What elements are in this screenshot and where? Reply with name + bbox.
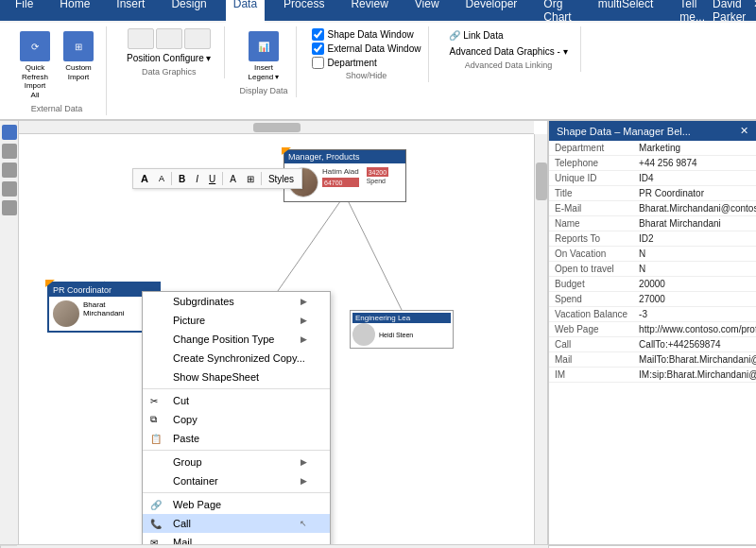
- ribbon-group-advanced: 🔗 Link Data Advanced Data Graphics - ▾ A…: [437, 26, 580, 72]
- menu-change-position[interactable]: Change Position Type ▶: [143, 330, 330, 349]
- tab-design[interactable]: Design: [163, 0, 214, 26]
- field-name: Reports To: [549, 231, 633, 247]
- tab-multiselect[interactable]: multiSelect: [591, 0, 662, 26]
- font-size-up[interactable]: A: [137, 171, 152, 186]
- field-name: Budget: [549, 277, 633, 292]
- menu-subordinates[interactable]: Subgrdinates ▶: [143, 292, 330, 311]
- tab-review[interactable]: Review: [343, 0, 395, 26]
- insert-legend-button[interactable]: 📊 InsertLegend ▾: [240, 28, 288, 84]
- text-color-button[interactable]: A: [226, 172, 240, 186]
- menu-container[interactable]: Container ▶: [143, 471, 330, 490]
- tab-data[interactable]: Data: [226, 0, 265, 26]
- panel-row: Spend27000: [549, 292, 756, 307]
- tab-developer[interactable]: Developer: [458, 0, 525, 26]
- shape-data-label: Shape Data Window: [328, 29, 414, 40]
- insert-legend-label: InsertLegend ▾: [249, 63, 280, 81]
- external-data-input[interactable]: [312, 43, 324, 55]
- tab-process[interactable]: Process: [276, 0, 332, 26]
- tab-insert[interactable]: Insert: [109, 0, 152, 26]
- menu-web-page[interactable]: 🔗 Web Page: [143, 495, 330, 514]
- canvas-area: A A B I U A ⊞ Styles Manager, Products: [19, 121, 548, 544]
- quick-refresh-import-button[interactable]: ⟳ QuickRefreshImportAll: [15, 28, 55, 102]
- field-name: Name: [549, 216, 633, 231]
- sidebar-icon-1[interactable]: [2, 125, 17, 140]
- quick-import-icon: ⟳: [20, 31, 50, 61]
- panel-row: Open to travelN: [549, 262, 756, 277]
- scroll-thumb[interactable]: [536, 163, 547, 200]
- menu-show-shapesheet[interactable]: Show ShapeSheet: [143, 368, 330, 386]
- custom-import-icon: ⊞: [63, 31, 94, 61]
- advanced-data-graphics-button[interactable]: Advanced Data Graphics - ▾: [444, 44, 572, 59]
- menu-call[interactable]: 📞 Call ↖: [143, 514, 330, 533]
- eng-title: Engineering Lea: [352, 313, 451, 323]
- panel-close-button[interactable]: ✕: [740, 125, 748, 137]
- menu-picture[interactable]: Picture ▶: [143, 311, 330, 330]
- pr-avatar: [53, 300, 79, 327]
- data-graphic-fields-checkbox[interactable]: Department: [312, 57, 421, 69]
- menu-group[interactable]: Group ▶: [143, 453, 330, 471]
- menu-cut[interactable]: ✂ Cut: [143, 391, 330, 410]
- paste-label: Paste: [173, 433, 199, 444]
- tab-org-chart[interactable]: Org Chart: [536, 0, 578, 26]
- external-data-label: External Data: [15, 102, 98, 113]
- group-label: Group: [173, 456, 202, 468]
- sidebar-icon-2[interactable]: [2, 144, 17, 159]
- sidebar-icon-3[interactable]: [2, 163, 17, 178]
- field-name: Call: [549, 337, 633, 352]
- menu-mail[interactable]: ✉ Mail: [143, 533, 330, 544]
- menu-create-sync[interactable]: Create Synchronized Copy...: [143, 349, 330, 368]
- field-name: Mail: [549, 352, 633, 368]
- sidebar-icon-5[interactable]: [2, 200, 17, 215]
- eng-avatar: [352, 323, 375, 346]
- font-size-down[interactable]: A: [155, 172, 168, 185]
- create-sync-label: Create Synchronized Copy...: [173, 352, 305, 364]
- insert-legend-icon: 📊: [249, 31, 279, 61]
- bold-button[interactable]: B: [175, 172, 189, 186]
- tab-tell-me[interactable]: Tell me...: [672, 0, 713, 26]
- sep1: [171, 172, 172, 185]
- shape-data-checkbox[interactable]: Shape Data Window: [312, 28, 421, 41]
- position-configure-button[interactable]: Position Configure ▾: [122, 51, 216, 65]
- tab-view[interactable]: View: [407, 0, 447, 26]
- title-bar-user: David Parker ✕: [713, 0, 756, 24]
- menu-paste[interactable]: 📋 Paste: [143, 429, 330, 448]
- panel-row: CallCallTo:+442569874: [549, 337, 756, 352]
- sep1: [143, 388, 330, 389]
- panel-row: On VacationN: [549, 247, 756, 262]
- tab-home[interactable]: Home: [52, 0, 97, 26]
- underline-button[interactable]: U: [205, 172, 219, 186]
- panel-row: DepartmentMarketing: [549, 141, 756, 156]
- shape-data-input[interactable]: [312, 28, 324, 41]
- more-formats[interactable]: ⊞: [243, 172, 258, 186]
- italic-button[interactable]: I: [192, 172, 202, 186]
- custom-import-button[interactable]: ⊞ CustomImport: [59, 28, 98, 102]
- sidebar-icon-4[interactable]: [2, 181, 17, 197]
- sep3: [143, 492, 330, 493]
- context-menu: Subgrdinates ▶ Picture ▶ Change Position…: [142, 291, 331, 544]
- panel-row: Unique IDID4: [549, 171, 756, 186]
- main-area: A A B I U A ⊞ Styles Manager, Products: [0, 121, 756, 544]
- panel-row: E-MailBharat.Mirchandani@contoso.co: [549, 201, 756, 216]
- styles-button[interactable]: Styles: [265, 172, 298, 186]
- eng-name: Heidi Steen: [379, 332, 413, 338]
- data-graphics-label: Data Graphics: [122, 65, 216, 77]
- field-name: Title: [549, 186, 633, 201]
- show-hide-checkboxes: Shape Data Window External Data Window D…: [312, 28, 421, 69]
- copy-label: Copy: [173, 414, 198, 425]
- ribbon-group-external-data: ⟳ QuickRefreshImportAll ⊞ CustomImport E…: [8, 26, 107, 115]
- group-arrow: ▶: [301, 457, 307, 467]
- external-data-checkbox[interactable]: External Data Window: [312, 43, 421, 55]
- tab-file[interactable]: File: [8, 0, 41, 26]
- link-data-button[interactable]: 🔗 Link Data: [444, 28, 572, 43]
- panel-row: Web Pagehttp://www.contoso.com/profile:: [549, 322, 756, 337]
- field-value: http://www.contoso.com/profile:: [633, 322, 756, 337]
- menu-copy[interactable]: ⧉ Copy: [143, 410, 330, 429]
- field-value: +44 256 9874: [633, 156, 756, 171]
- panel-row: MailMailTo:Bharat.Mirchandani@cont: [549, 352, 756, 368]
- spend-bar1: 64700: [322, 178, 359, 187]
- eng-lead-node[interactable]: Engineering Lea Heidi Steen: [350, 310, 454, 349]
- vertical-scrollbar[interactable]: [534, 134, 547, 544]
- quick-import-label: QuickRefreshImportAll: [22, 63, 48, 99]
- panel-row: NameBharat Mirchandani: [549, 216, 756, 231]
- data-graphic-fields-input[interactable]: [312, 57, 324, 69]
